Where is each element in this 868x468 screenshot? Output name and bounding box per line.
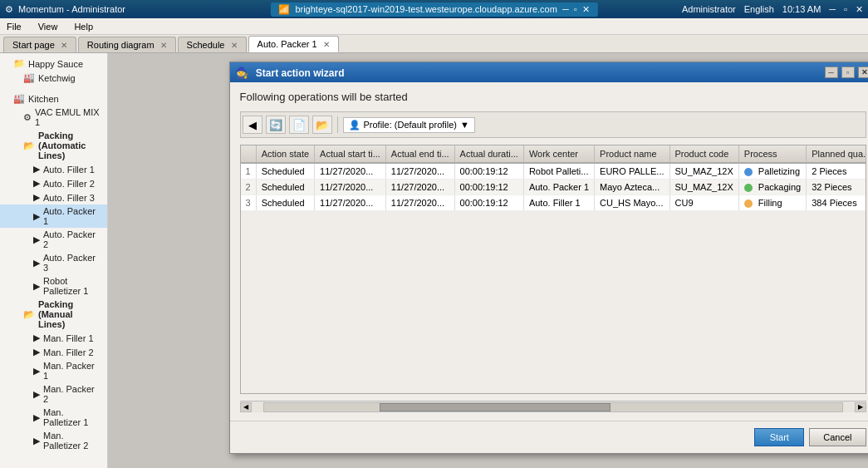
line-icon-8: ▶ <box>33 333 40 343</box>
content-area: OEE Dashboard aangepast 🧙 Start action w… <box>108 53 868 468</box>
folder-icon: 📁 <box>13 58 25 69</box>
close-btn[interactable]: ✕ <box>856 4 863 15</box>
sidebar-item-ketchwig[interactable]: 🏭 Ketchwig <box>0 71 107 85</box>
tab-close-schedule[interactable]: ✕ <box>231 41 238 50</box>
folder-manual-icon: 📂 <box>23 309 35 320</box>
scroll-right-btn[interactable]: ▶ <box>855 402 866 412</box>
tab-close-start[interactable]: ✕ <box>61 41 67 50</box>
table-row[interactable]: 1 Scheduled 11/27/2020... 11/27/2020... … <box>241 163 866 180</box>
sidebar-item-man-packer-1[interactable]: ▶ Man. Packer 1 <box>0 359 107 382</box>
col-product-name[interactable]: Product name <box>595 145 669 163</box>
sidebar-item-man-palletizer-1[interactable]: ▶ Man. Palletizer 1 <box>0 406 107 429</box>
sidebar-item-man-filler-1[interactable]: ▶ Man. Filler 1 <box>0 331 107 345</box>
dialog-maximize-btn[interactable]: ▫ <box>841 67 855 78</box>
cell-process: Palletizing <box>738 163 806 180</box>
sidebar-item-kitchen[interactable]: 🏭 Kitchen <box>0 91 107 106</box>
col-action-state[interactable]: Action state <box>256 145 314 163</box>
tab-schedule[interactable]: Schedule ✕ <box>178 37 247 52</box>
cancel-button[interactable]: Cancel <box>809 428 866 446</box>
tab-start-page[interactable]: Start page ✕ <box>3 37 76 52</box>
dialog-title-bar: 🧙 Start action wizard ─ ▫ ✕ <box>230 62 869 82</box>
sidebar-item-man-palletizer-2[interactable]: ▶ Man. Palletizer 2 <box>0 429 107 452</box>
col-actual-start[interactable]: Actual start ti... <box>315 145 386 163</box>
col-num[interactable] <box>241 145 257 163</box>
col-work-center[interactable]: Work center <box>523 145 594 163</box>
col-actual-duration[interactable]: Actual durati... <box>454 145 523 163</box>
title-bar-left: ⚙ Momentum - Administrator <box>5 4 125 15</box>
actions-table: Action state Actual start ti... Actual e… <box>241 145 866 211</box>
toolbar-back-btn[interactable]: ◀ <box>243 116 262 134</box>
sidebar-item-vac-emul[interactable]: ⚙ VAC EMUL MIX 1 <box>0 106 107 129</box>
scroll-left-btn[interactable]: ◀ <box>240 402 252 412</box>
start-button[interactable]: Start <box>754 428 804 446</box>
profile-dropdown[interactable]: 👤 Profile: (Default profile) ▼ <box>343 117 475 133</box>
sidebar-item-auto-packer-2[interactable]: ▶ Auto. Packer 2 <box>0 228 107 251</box>
cell-num: 1 <box>241 163 257 180</box>
menu-bar: File View Help <box>0 18 868 35</box>
cell-product-code: SU_MAZ_12X <box>669 180 738 195</box>
signal-icon: 📶 <box>278 4 290 15</box>
sidebar-item-auto-filler-1[interactable]: ▶ Auto. Filler 1 <box>0 162 107 176</box>
max-btn[interactable]: ▫ <box>844 4 847 14</box>
table-row[interactable]: 3 Scheduled 11/27/2020... 11/27/2020... … <box>241 195 866 211</box>
line-icon-7: ▶ <box>33 281 40 292</box>
menu-view[interactable]: View <box>35 20 61 33</box>
dialog-close-btn[interactable]: ✕ <box>858 67 869 78</box>
cell-actual-end: 11/27/2020... <box>385 195 454 211</box>
dialog-title-left: 🧙 Start action wizard <box>235 67 345 79</box>
sidebar-item-packing-auto[interactable]: 📂 Packing (Automatic Lines) <box>0 129 107 162</box>
sidebar-item-man-filler-2[interactable]: ▶ Man. Filler 2 <box>0 345 107 359</box>
tab-close-routing[interactable]: ✕ <box>160 41 167 50</box>
minimize-icon[interactable]: ─ <box>562 4 569 14</box>
sidebar-item-robot-palletizer[interactable]: ▶ Robot Palletizer 1 <box>0 274 107 298</box>
menu-help[interactable]: Help <box>71 20 96 33</box>
tab-routing-diagram[interactable]: Routing diagram ✕ <box>78 37 176 52</box>
col-actual-end[interactable]: Actual end ti... <box>385 145 454 163</box>
table-header-row: Action state Actual start ti... Actual e… <box>241 145 866 163</box>
close-icon[interactable]: ✕ <box>582 4 590 15</box>
sidebar-item-auto-filler-2[interactable]: ▶ Auto. Filler 2 <box>0 176 107 190</box>
tab-close-auto-packer[interactable]: ✕ <box>323 40 330 49</box>
wizard-icon: 🧙 <box>235 67 248 79</box>
sidebar-item-auto-packer-3[interactable]: ▶ Auto. Packer 3 <box>0 251 107 274</box>
restore-icon[interactable]: ▫ <box>574 4 577 14</box>
sidebar-item-man-packer-2[interactable]: ▶ Man. Packer 2 <box>0 382 107 406</box>
col-product-code[interactable]: Product code <box>669 145 738 163</box>
sidebar: 📁 Happy Sauce 🏭 Ketchwig 🏭 Kitchen ⚙ VAC… <box>0 53 108 468</box>
sidebar-item-packing-manual[interactable]: 📂 Packing (Manual Lines) <box>0 298 107 331</box>
cell-action-state: Scheduled <box>256 163 314 180</box>
sidebar-item-happy-sauce[interactable]: 📁 Happy Sauce <box>0 57 107 71</box>
table-row[interactable]: 2 Scheduled 11/27/2020... 11/27/2020... … <box>241 180 866 195</box>
dialog-body: Following operations will be started ◀ 🔄… <box>230 82 869 421</box>
cell-actual-duration: 00:00:19:12 <box>454 195 523 211</box>
cell-product-name: Mayo Azteca... <box>595 180 669 195</box>
dialog-minimize-btn[interactable]: ─ <box>825 67 838 78</box>
min-btn[interactable]: ─ <box>829 4 836 14</box>
col-planned-qty[interactable]: Planned qua... <box>807 145 866 163</box>
dialog-toolbar: ◀ 🔄 📄 📂 👤 Profile: (Default profile) ▼ <box>240 111 866 138</box>
dialog-subtitle: Following operations will be started <box>240 91 866 103</box>
process-dot <box>744 200 753 208</box>
sidebar-item-auto-packer-1[interactable]: ▶ Auto. Packer 1 <box>0 204 107 228</box>
toolbar-folder-btn[interactable]: 📂 <box>312 116 332 134</box>
tab-auto-packer[interactable]: Auto. Packer 1 ✕ <box>248 36 339 52</box>
cell-actual-duration: 00:00:19:12 <box>454 180 523 195</box>
menu-file[interactable]: File <box>3 20 25 33</box>
scrollbar-thumb[interactable] <box>380 403 611 411</box>
line-icon-9: ▶ <box>33 347 40 357</box>
dialog-win-buttons: ─ ▫ ✕ <box>825 67 869 78</box>
cell-num: 3 <box>241 195 257 211</box>
line-icon-6: ▶ <box>33 258 40 268</box>
start-action-dialog: 🧙 Start action wizard ─ ▫ ✕ Following op… <box>229 62 869 454</box>
sidebar-item-auto-filler-3[interactable]: ▶ Auto. Filler 3 <box>0 190 107 204</box>
toolbar-refresh-btn[interactable]: 🔄 <box>266 116 286 134</box>
line-icon-12: ▶ <box>33 412 40 423</box>
title-bar-right: Administrator English 10:13 AM ─ ▫ ✕ <box>682 4 863 15</box>
col-process[interactable]: Process <box>738 145 806 163</box>
cell-actual-start: 11/27/2020... <box>315 180 386 195</box>
cell-process: Packaging <box>738 180 806 195</box>
cell-process: Filling <box>738 195 806 211</box>
toolbar-add-btn[interactable]: 📄 <box>289 116 309 134</box>
cell-actual-start: 11/27/2020... <box>315 195 386 211</box>
line-icon-10: ▶ <box>33 366 40 377</box>
